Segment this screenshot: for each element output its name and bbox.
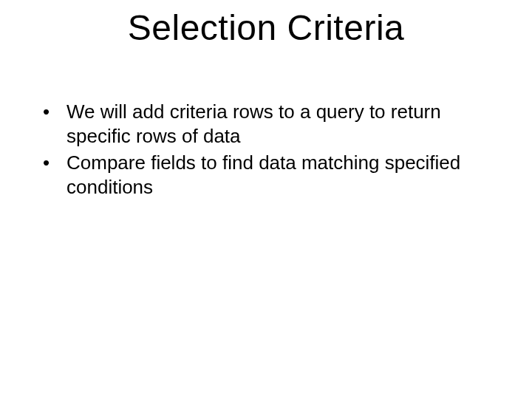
bullet-item: We will add criteria rows to a query to …	[30, 100, 502, 148]
bullet-item: Compare fields to find data matching spe…	[30, 151, 502, 199]
bullet-list: We will add criteria rows to a query to …	[30, 100, 502, 199]
slide-container: Selection Criteria We will add criteria …	[0, 0, 532, 399]
slide-title: Selection Criteria	[30, 7, 502, 48]
